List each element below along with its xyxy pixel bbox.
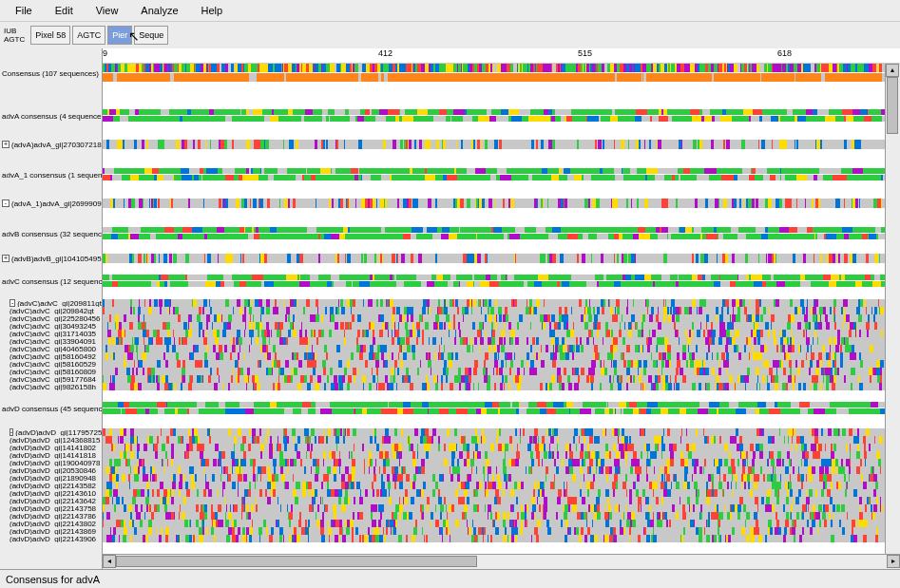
sequence-track[interactable] [103, 408, 885, 414]
track-label[interactable]: (advD)advD_gi|190040978 [0, 459, 102, 466]
expand-icon[interactable]: + [2, 141, 10, 148]
track-label[interactable]: (advD)advD_gi|21890948 [0, 474, 102, 482]
track-label[interactable]: -(advC)advC_gi|209811gt [0, 299, 102, 307]
sequence-track[interactable] [103, 64, 885, 72]
sequence-track[interactable] [103, 436, 885, 444]
sequence-track[interactable] [103, 109, 885, 115]
sequence-track[interactable] [103, 428, 885, 436]
menu-file[interactable]: File [4, 2, 44, 19]
track-label[interactable]: (advD)advD_gi|22143802 [0, 520, 102, 527]
track-label[interactable]: (advC)advC_gi|58160529 [0, 360, 102, 368]
track-label[interactable]: advA_1 consensus (1 sequen [0, 168, 102, 181]
track-label[interactable]: Consensus (107 sequences) [0, 64, 102, 83]
sequence-track[interactable] [103, 275, 885, 280]
track-label[interactable]: (advC)advC_gi|40465800 [0, 345, 102, 352]
sequence-track[interactable] [103, 520, 885, 527]
track-label[interactable]: advC consensus (12 sequenc [0, 275, 102, 288]
collapse-icon[interactable]: - [10, 428, 13, 436]
sequence-track[interactable] [103, 474, 885, 482]
scroll-thumb-v[interactable] [887, 77, 898, 134]
sequence-track[interactable] [103, 497, 885, 504]
track-label[interactable]: (advD)advD_gi|14141818 [0, 451, 102, 459]
collapse-icon[interactable]: - [10, 299, 15, 307]
track-label[interactable]: (advC)advC_gi|30493245 [0, 322, 102, 330]
track-label[interactable]: -(advA_1)advA_gi|2699909 [0, 199, 102, 208]
scroll-thumb-h[interactable] [116, 556, 477, 567]
tool-agtc[interactable]: AGTC [72, 26, 105, 45]
sequence-track[interactable] [103, 504, 885, 512]
sequence-track[interactable] [103, 140, 885, 149]
sequence-track[interactable] [103, 337, 885, 345]
sequence-track[interactable] [103, 199, 885, 208]
track-label[interactable]: (advD)advD_gi|22143642 [0, 497, 102, 504]
menu-edit[interactable]: Edit [44, 2, 85, 19]
sequence-track[interactable] [103, 360, 885, 368]
sequence-track[interactable] [103, 234, 885, 239]
horizontal-scrollbar[interactable]: ◂ ▸ [103, 554, 900, 569]
sequence-track[interactable] [103, 330, 885, 337]
sequence-track[interactable] [103, 345, 885, 352]
track-label[interactable]: (advC)advC_gi|59177684 [0, 375, 102, 383]
sequence-track[interactable] [103, 254, 885, 263]
sequence-track[interactable] [103, 512, 885, 520]
expand-icon[interactable]: + [2, 255, 10, 262]
sequence-track[interactable] [103, 466, 885, 474]
sequence-track[interactable] [103, 489, 885, 497]
track-label[interactable]: advD consensus (45 sequenc [0, 402, 102, 415]
sequence-track[interactable] [103, 307, 885, 314]
track-label[interactable]: (advD)advD_gi|22143610 [0, 489, 102, 497]
track-label[interactable]: (advD)advD_gi|20530846 [0, 466, 102, 474]
sequence-track[interactable] [103, 444, 885, 451]
sequence-track[interactable] [103, 375, 885, 383]
collapse-icon[interactable]: - [2, 199, 10, 207]
scroll-left-button[interactable]: ◂ [103, 555, 116, 568]
track-label[interactable]: (advC)advC_gi|58160492 [0, 352, 102, 360]
track-label[interactable]: (advD)advD_gi|22143582 [0, 482, 102, 489]
menu-help[interactable]: Help [190, 2, 235, 19]
track-label[interactable]: (advD)advD_gi|22143758 [0, 504, 102, 512]
track-label[interactable]: (advC)advC_gi|225280456 [0, 314, 102, 322]
track-label[interactable]: (advC)advC_gi|33904091 [0, 337, 102, 345]
sequence-track[interactable] [103, 402, 885, 408]
tool-pixel[interactable]: Pixel 58 [30, 26, 70, 45]
scroll-up-button[interactable]: ▴ [886, 64, 899, 77]
track-label[interactable]: (advD)advD_gi|14141802 [0, 444, 102, 451]
track-label[interactable]: advB consensus (32 sequenc [0, 227, 102, 240]
sequence-track[interactable] [103, 451, 885, 459]
track-label[interactable]: (advC)advC_gi|58160809 [0, 368, 102, 375]
track-label[interactable]: (advC)advC_gi|31714035 [0, 330, 102, 337]
track-label[interactable]: (advD)advD_gi|22143786 [0, 512, 102, 520]
sequence-track[interactable] [103, 116, 885, 122]
sequence-track[interactable] [103, 168, 885, 174]
sequence-track[interactable] [103, 227, 885, 233]
menu-analyze[interactable]: Analyze [129, 2, 189, 19]
track-label[interactable]: -(advD)advD_gi|117957252 [0, 428, 102, 436]
sequence-track[interactable] [103, 322, 885, 330]
sequence-track[interactable] [103, 299, 885, 307]
track-label[interactable]: (advC)advC_gi|209842gt [0, 307, 102, 314]
menu-view[interactable]: View [85, 2, 130, 19]
vertical-scrollbar[interactable]: ▴ ▾ [885, 64, 900, 569]
sequence-track[interactable] [103, 535, 885, 542]
sequence-track[interactable] [103, 73, 885, 82]
tracks-container[interactable] [103, 64, 900, 554]
track-label[interactable]: (advD)advD_gi|22143869 [0, 527, 102, 535]
scroll-right-button[interactable]: ▸ [887, 555, 900, 568]
sequence-track[interactable] [103, 383, 885, 390]
sequence-track[interactable] [103, 368, 885, 375]
track-label[interactable]: +(advA)advA_gi|270307218 [0, 140, 102, 149]
tool-seque[interactable]: Seque [134, 26, 168, 45]
sequence-track[interactable] [103, 527, 885, 535]
track-label[interactable]: (advC)advC_gi|9826158h [0, 383, 102, 390]
sequence-track[interactable] [103, 314, 885, 322]
sequence-track[interactable] [103, 352, 885, 360]
track-label[interactable]: (advD)advD_gi|124368815 [0, 436, 102, 444]
sequence-track[interactable] [103, 175, 885, 180]
sequence-track[interactable] [103, 281, 885, 287]
sequence-track[interactable] [103, 459, 885, 466]
track-label[interactable]: +(advB)advB_gi|104105495 [0, 254, 102, 263]
track-label[interactable]: (advD)advD_gi|22143906 [0, 535, 102, 542]
sequence-track[interactable] [103, 482, 885, 489]
tool-pier[interactable]: Pier [107, 26, 132, 45]
track-label[interactable]: advA consensus (4 sequence [0, 109, 102, 123]
